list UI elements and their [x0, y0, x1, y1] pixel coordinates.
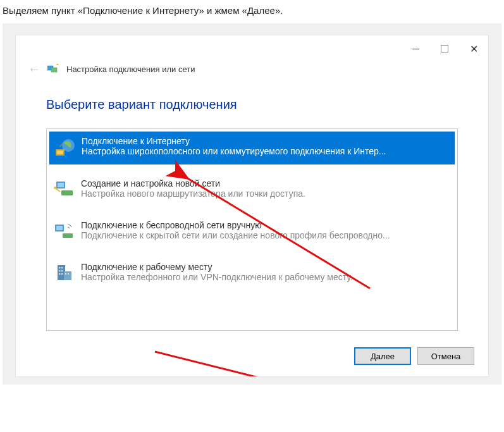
- svg-rect-11: [63, 233, 73, 238]
- option-desc: Подключение к скрытой сети или создание …: [81, 230, 451, 240]
- cancel-button[interactable]: Отмена: [417, 347, 474, 365]
- svg-rect-18: [61, 273, 63, 275]
- minimize-button[interactable]: [401, 39, 430, 59]
- wireless-icon: [53, 220, 76, 243]
- svg-rect-21: [68, 273, 69, 275]
- option-desc: Настройка широкополосного или коммутируе…: [82, 146, 450, 156]
- svg-rect-20: [65, 273, 66, 275]
- network-setup-icon: [47, 63, 60, 75]
- svg-rect-15: [59, 270, 61, 272]
- titlebar: ✕: [16, 35, 488, 62]
- outer-frame: ✕ ← Настройка подключения или сети Выбер…: [3, 23, 501, 385]
- svg-rect-14: [61, 267, 63, 269]
- next-button[interactable]: Далее: [354, 347, 411, 365]
- svg-rect-4: [57, 151, 63, 154]
- option-wireless-manual[interactable]: Подключение к беспроводной сети вручную …: [49, 216, 455, 248]
- back-arrow-icon[interactable]: ←: [27, 62, 41, 76]
- options-list: Подключение к Интернету Настройка широко…: [46, 128, 458, 331]
- header-title: Настройка подключения или сети: [66, 65, 195, 74]
- svg-point-8: [54, 187, 56, 189]
- svg-rect-1: [51, 68, 57, 72]
- option-title: Подключение к рабочему месту: [81, 262, 451, 272]
- instruction-caption: Выделяем пункт «Подключение к Интернету»…: [0, 0, 504, 23]
- content-area: Выберите вариант подключения Подключ: [16, 82, 488, 337]
- option-create-network[interactable]: Создание и настройка новой сети Настройк…: [49, 175, 455, 206]
- header-row: ← Настройка подключения или сети: [16, 62, 488, 82]
- globe-icon: [54, 136, 77, 159]
- option-title: Создание и настройка новой сети: [81, 178, 451, 188]
- svg-rect-16: [61, 270, 63, 272]
- building-icon: [53, 262, 76, 285]
- option-title: Подключение к беспроводной сети вручную: [81, 220, 451, 230]
- page-heading: Выберите вариант подключения: [46, 97, 458, 112]
- svg-rect-7: [61, 190, 73, 195]
- option-title: Подключение к Интернету: [82, 136, 450, 146]
- option-workplace[interactable]: Подключение к рабочему месту Настройка т…: [49, 258, 455, 290]
- dialog-window: ✕ ← Настройка подключения или сети Выбер…: [15, 35, 489, 377]
- svg-rect-6: [58, 183, 64, 187]
- dialog-footer: Далее Отмена: [16, 337, 488, 376]
- svg-rect-17: [59, 273, 61, 275]
- option-connect-internet[interactable]: Подключение к Интернету Настройка широко…: [49, 132, 455, 164]
- option-desc: Настройка телефонного или VPN-подключени…: [81, 272, 451, 282]
- close-button[interactable]: ✕: [459, 39, 488, 59]
- svg-rect-13: [59, 267, 61, 269]
- svg-rect-19: [64, 271, 71, 280]
- option-desc: Настройка нового маршрутизатора или точк…: [81, 188, 451, 199]
- svg-rect-10: [56, 226, 63, 230]
- router-icon: [53, 178, 76, 201]
- maximize-button[interactable]: [430, 39, 459, 59]
